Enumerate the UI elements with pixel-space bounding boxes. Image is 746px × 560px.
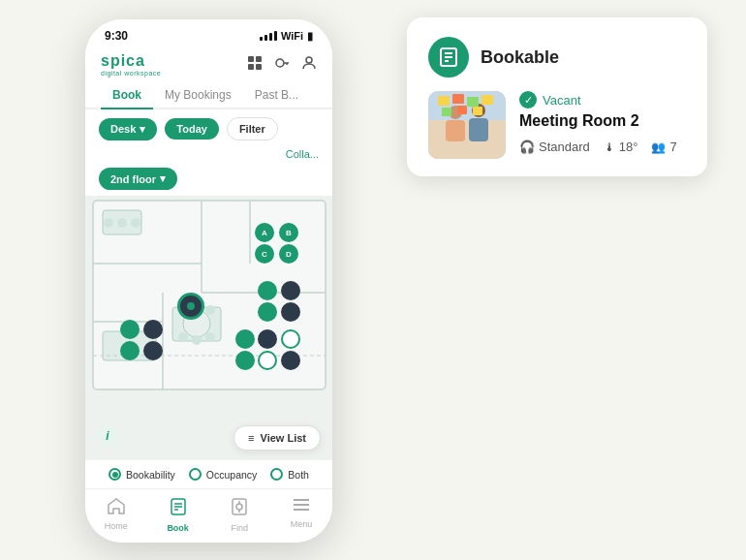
nav-home[interactable]: Home	[85, 495, 147, 535]
desk-dot-13[interactable]	[235, 329, 255, 349]
svg-rect-10	[438, 96, 450, 106]
desk-dot-6[interactable]	[281, 281, 300, 300]
map-area[interactable]: A B C D	[85, 196, 332, 460]
nav-book[interactable]: Book	[147, 495, 209, 535]
desk-dot-7[interactable]	[258, 302, 277, 322]
desk-filter-button[interactable]: Desk ▾	[99, 118, 157, 140]
svg-rect-16	[473, 107, 482, 115]
svg-point-41	[178, 332, 188, 342]
logo-sub: digital workspace	[101, 70, 161, 77]
temp-icon: 🌡	[604, 140, 615, 154]
tab-past[interactable]: Past B...	[243, 80, 310, 109]
desk-dot-15[interactable]	[281, 329, 300, 349]
desk-dot-3[interactable]: C	[255, 244, 274, 264]
desk-dot-17[interactable]	[258, 351, 277, 370]
temp-meta: 🌡 18°	[604, 140, 638, 154]
find-icon	[230, 497, 249, 521]
collapse-link[interactable]: Colla...	[286, 148, 319, 160]
capacity-value: 7	[669, 140, 676, 154]
bookable-icon	[428, 37, 469, 78]
headphones-icon: 🎧	[519, 140, 535, 154]
filters-row: Desk ▾ Today Filter Colla...	[85, 109, 332, 164]
desk-dot-5[interactable]	[258, 281, 277, 300]
svg-rect-13	[482, 95, 493, 105]
floor-row: 2nd floor ▾	[85, 164, 332, 196]
tooltip-header: Bookable	[428, 37, 686, 78]
vacant-check-icon: ✓	[519, 91, 537, 109]
vacant-badge: ✓ Vacant	[519, 91, 686, 109]
tooltip-card: Bookable	[407, 17, 707, 176]
desk-dot-10[interactable]	[143, 320, 163, 339]
desk-dot-11[interactable]	[120, 341, 140, 360]
find-nav-label: Find	[232, 523, 249, 533]
both-label: Both	[288, 469, 309, 481]
today-filter-button[interactable]: Today	[165, 118, 219, 140]
svg-point-43	[205, 332, 215, 342]
tab-my-bookings[interactable]: My Bookings	[153, 80, 243, 109]
svg-rect-7	[446, 120, 465, 141]
desk-dot-14[interactable]	[258, 329, 277, 349]
desk-dot-18[interactable]	[281, 351, 300, 370]
logo-text: spica	[101, 52, 161, 70]
book-nav-label: Book	[167, 523, 189, 533]
status-icons: WiFi ▮	[260, 30, 313, 43]
both-radio[interactable]	[270, 468, 283, 481]
occupancy-radio[interactable]	[189, 468, 202, 481]
book-icon	[169, 497, 188, 521]
nav-menu[interactable]: Menu	[270, 495, 332, 535]
temp-value: 18°	[619, 140, 638, 154]
floor-chevron-icon: ▾	[160, 172, 166, 185]
filter-button[interactable]: Filter	[227, 117, 278, 140]
menu-icon	[292, 497, 311, 517]
selected-desk-dot[interactable]	[177, 293, 204, 320]
desk-dot-12[interactable]	[143, 341, 163, 360]
desk-dot-9[interactable]	[120, 320, 140, 339]
view-list-button[interactable]: ≡ View List	[233, 425, 321, 451]
floor-button[interactable]: 2nd floor ▾	[99, 168, 177, 190]
svg-rect-11	[452, 94, 464, 104]
key-icon[interactable]	[274, 55, 290, 75]
svg-rect-18	[256, 56, 262, 62]
desk-dot-2[interactable]: B	[279, 223, 298, 242]
svg-point-24	[306, 57, 312, 63]
wifi-icon: WiFi	[281, 30, 303, 42]
occupancy-label: Occupancy	[206, 469, 258, 481]
desk-dot-16[interactable]	[235, 351, 255, 370]
capacity-meta: 👥 7	[651, 140, 676, 154]
tooltip-type-label: Bookable	[481, 47, 559, 68]
legend-row: Bookability Occupancy Both	[85, 460, 332, 488]
desk-dot-4[interactable]: D	[279, 244, 298, 264]
svg-point-42	[192, 335, 202, 345]
room-image	[428, 91, 506, 159]
standard-label: Standard	[539, 140, 590, 154]
svg-rect-20	[256, 64, 262, 70]
svg-rect-14	[442, 108, 451, 116]
svg-rect-17	[248, 56, 254, 62]
user-icon[interactable]	[301, 55, 317, 75]
today-label: Today	[176, 123, 207, 135]
legend-bookability[interactable]: Bookability	[109, 468, 175, 481]
info-button[interactable]: i	[97, 425, 118, 447]
tab-book[interactable]: Book	[101, 80, 153, 109]
svg-point-33	[104, 218, 113, 228]
signal-icon	[260, 31, 277, 41]
app-tabs: Book My Bookings Past B...	[85, 80, 332, 109]
svg-point-51	[236, 504, 242, 510]
desk-chevron-icon: ▾	[140, 123, 145, 136]
nav-find[interactable]: Find	[209, 495, 271, 535]
status-bar: 9:30 WiFi ▮	[85, 19, 332, 47]
desk-dot-8[interactable]	[281, 302, 300, 322]
view-list-label: View List	[261, 432, 306, 444]
phone-inner: 9:30 WiFi ▮ spica digital workspace	[85, 19, 332, 543]
svg-rect-15	[457, 106, 467, 114]
svg-point-21	[276, 59, 284, 67]
list-icon: ≡	[248, 432, 254, 444]
svg-rect-12	[467, 97, 479, 107]
svg-point-34	[117, 218, 127, 228]
bookability-radio[interactable]	[109, 468, 121, 481]
legend-both[interactable]: Both	[270, 468, 309, 481]
filter-label: Filter	[239, 123, 265, 135]
legend-occupancy[interactable]: Occupancy	[189, 468, 258, 481]
desk-dot-1[interactable]: A	[255, 223, 274, 242]
grid-icon[interactable]	[247, 55, 263, 75]
